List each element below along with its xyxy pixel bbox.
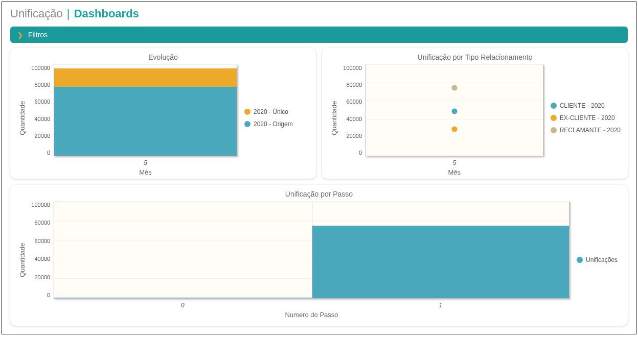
y-tick: 100000 [343,65,362,71]
y-axis-label: Quantidade [17,64,27,172]
legend: 2020 - Único2020 - Origem [237,64,309,172]
legend-swatch-icon [551,103,557,109]
x-tick: 0 [181,302,185,309]
legend-swatch-icon [577,257,583,263]
legend-item[interactable]: EX-CLIENTE - 2020 [551,114,621,122]
plot-area[interactable]: 100000800006000040000200000 [366,64,543,156]
y-tick: 80000 [343,82,362,88]
legend-label: RECLAMANTE - 2020 [560,127,621,134]
chart-title: Unificação por Tipo Relacionamento [329,53,621,61]
bar[interactable] [54,87,237,156]
y-tick: 0 [31,292,50,298]
filters-toggle[interactable]: ❯ Filtros [10,27,628,43]
filters-label: Filtros [28,31,48,39]
chart-title: Evolução [17,53,309,61]
x-ticks: 5 [366,159,543,166]
y-tick: 40000 [31,256,50,262]
y-tick: 40000 [343,116,362,122]
legend-label: 2020 - Único [254,108,288,115]
x-axis-label: Mês [54,168,237,176]
legend-swatch-icon [551,115,557,121]
data-point[interactable] [451,127,457,132]
bar[interactable] [312,226,569,298]
title-prefix: Unificação [10,7,63,20]
legend-label: Unificações [586,256,618,263]
legend-item[interactable]: CLIENTE - 2020 [551,102,621,109]
y-tick: 40000 [31,116,50,122]
y-tick: 60000 [31,238,50,244]
page-title: Unificação | Dashboards [10,7,628,20]
y-tick: 100000 [31,65,50,71]
legend: CLIENTE - 2020EX-CLIENTE - 2020RECLAMANT… [543,64,621,172]
legend-label: EX-CLIENTE - 2020 [560,114,615,122]
y-axis-label: Quantidade [17,201,27,319]
data-point[interactable] [451,108,457,114]
x-tick: 5 [452,159,456,166]
y-tick: 60000 [343,99,362,105]
y-tick: 60000 [31,99,50,105]
legend-swatch-icon [244,109,250,115]
y-tick: 20000 [31,133,50,139]
bar[interactable] [54,298,312,298]
x-tick: 1 [439,302,442,309]
legend-swatch-icon [244,121,250,127]
title-separator: | [67,7,70,20]
chevron-right-icon: ❯ [17,31,23,39]
y-tick: 80000 [31,82,50,88]
legend-label: 2020 - Origem [254,120,293,128]
data-point[interactable] [451,85,457,90]
plot-area[interactable]: 100000800006000040000200000 [54,201,569,299]
x-tick: 5 [144,159,147,166]
x-ticks: 01 [54,302,569,309]
chart-card-evolucao: Evolução Quantidade 10000080000600004000… [10,48,316,179]
legend: Unificações [569,201,621,319]
chart-title: Unificação por Passo [17,190,621,198]
y-tick: 100000 [31,202,50,208]
x-axis-label: Numero do Passo [54,311,569,319]
legend-item[interactable]: RECLAMANTE - 2020 [551,127,621,134]
y-tick: 20000 [31,274,50,280]
legend-swatch-icon [551,127,557,133]
legend-item[interactable]: 2020 - Único [244,108,309,115]
y-tick: 20000 [343,133,362,139]
title-page: Dashboards [74,7,139,20]
y-tick: 80000 [31,220,50,226]
x-ticks: 5 [54,159,237,166]
plot-area[interactable]: 100000800006000040000200000 [54,64,237,156]
y-tick: 0 [31,150,50,156]
y-axis-label: Quantidade [329,64,339,172]
chart-card-passo: Unificação por Passo Quantidade 10000080… [10,185,628,326]
y-tick: 0 [343,150,362,156]
legend-item[interactable]: Unificações [577,256,621,263]
legend-label: CLIENTE - 2020 [560,102,605,109]
legend-item[interactable]: 2020 - Origem [244,120,309,128]
x-axis-label: Mês [366,168,543,176]
chart-card-tipo: Unificação por Tipo Relacionamento Quant… [322,48,628,179]
